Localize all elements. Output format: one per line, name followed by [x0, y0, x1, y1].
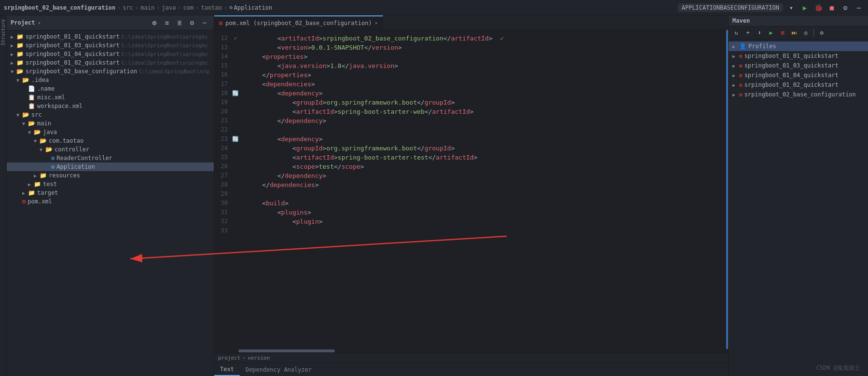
list-item[interactable]: ▼ 📂 java: [7, 128, 214, 136]
list-item[interactable]: ▼ 📂 src: [7, 110, 214, 119]
maven-profiles-item[interactable]: ▶ 👤 Profiles: [729, 41, 868, 51]
minimize-icon[interactable]: −: [199, 17, 210, 28]
maven-add-btn[interactable]: +: [743, 28, 753, 38]
panel-header-icons: ⊕ ≡ ≣ ⚙ −: [149, 17, 210, 28]
maven-list-item[interactable]: ▶ m srpingboot_02_base_configuration: [729, 90, 868, 99]
arrow-icon: ▶: [732, 63, 737, 68]
list-item[interactable]: ▼ 📂 srpingboot_02_base_configuration C:\…: [7, 67, 214, 76]
item-name: ReaderController: [56, 155, 112, 161]
item-name: springboot_01_03_quickstart: [26, 42, 120, 49]
tab-dependency-analyzer[interactable]: Dependency Analyzer: [240, 363, 317, 376]
breadcrumb-project[interactable]: srpingboot_02_base_configuration: [4, 4, 115, 11]
code-line: <groupId>org.springframework.boot</group…: [247, 144, 722, 153]
xml-icon: 📋: [28, 103, 35, 109]
gutter-check-icon: ✓: [232, 34, 239, 43]
list-item[interactable]: ▶ 📁 springboot_01_04_quickstart C:\idea\…: [7, 50, 214, 58]
application-item[interactable]: ▶ ⚙ Application: [7, 162, 214, 171]
item-name: .name: [37, 85, 55, 92]
folder-icon: 📁: [16, 33, 24, 40]
maven-download-btn[interactable]: ⬇: [755, 28, 764, 38]
item-path: C:\idea\SpringBoot\srpingbc: [122, 60, 208, 66]
debug-button[interactable]: 🐞: [813, 2, 824, 13]
maven-item-label: srpingboot_01_02_quickstart: [744, 81, 839, 88]
list-item[interactable]: ▶ 📁 srpingboot_01_02_quickstart C:\idea\…: [7, 58, 214, 67]
folder-open-icon: 📂: [45, 146, 53, 153]
maven-project-icon: m: [739, 92, 743, 98]
list-item[interactable]: ▶ m pom.xml: [7, 197, 214, 206]
list-item[interactable]: ▶ 📁 springboot_01_03_quickstart C:\idea\…: [7, 41, 214, 50]
maven-run-btn[interactable]: ▶: [766, 28, 776, 38]
tab-text[interactable]: Text: [214, 363, 240, 376]
collapse-all-icon[interactable]: ≣: [174, 17, 185, 28]
add-icon[interactable]: ⊕: [149, 17, 160, 28]
arrow-icon: ▶: [11, 52, 16, 57]
list-item[interactable]: ▶ 📁 resources: [7, 171, 214, 180]
profile-selector[interactable]: APPLICATIONBASECONFIGURATION: [678, 3, 783, 12]
folder-open-icon: 📂: [16, 68, 24, 75]
maven-list-item[interactable]: ▶ m springboot_01_04_quickstart: [729, 70, 868, 80]
file-icon: 📄: [28, 85, 35, 92]
more-button[interactable]: ⋯: [854, 2, 864, 13]
folder-open-icon: 📂: [28, 120, 35, 127]
run-button[interactable]: ▶: [799, 2, 810, 13]
arrow-icon: ▶: [732, 44, 737, 49]
dropdown-icon[interactable]: ▾: [786, 2, 797, 13]
code-line: <dependency>: [247, 134, 722, 144]
profiles-icon: 👤: [739, 43, 746, 50]
list-item[interactable]: ▶ 📁 test: [7, 180, 214, 188]
list-item[interactable]: ▼ 📂 main: [7, 119, 214, 128]
settings-icon[interactable]: ⚙: [187, 17, 197, 28]
list-item[interactable]: ▶ 📋 workspace.xml: [7, 102, 214, 110]
list-item[interactable]: ▶ 📁 springboot_01_01_quickstart C:\idea\…: [7, 32, 214, 41]
h-scrollbar[interactable]: [214, 349, 728, 353]
code-line: </dependency>: [247, 116, 722, 125]
code-line: [247, 189, 722, 199]
maven-item-label: springboot_01_01_quickstart: [744, 53, 839, 59]
structure-tab-strip[interactable]: Structure: [0, 15, 7, 376]
arrow-icon: ▶: [34, 173, 40, 178]
panel-header: Project ▾ ⊕ ≡ ≣ ⚙ −: [7, 15, 214, 30]
expand-all-icon[interactable]: ≡: [162, 17, 172, 28]
maven-settings-btn[interactable]: ⚙: [817, 28, 827, 38]
maven-lifecycle-btn[interactable]: ◎: [801, 28, 811, 38]
list-item[interactable]: ▼ 📂 .idea: [7, 76, 214, 84]
list-item[interactable]: ▶ 📋 misc.xml: [7, 93, 214, 102]
maven-list-item[interactable]: ▶ m srpingboot_01_02_quickstart: [729, 80, 868, 90]
list-item[interactable]: ▼ 📂 controller: [7, 145, 214, 154]
settings-button[interactable]: ⚙: [840, 2, 851, 13]
maven-m-btn[interactable]: m: [778, 28, 787, 38]
list-item[interactable]: ▶ ⚙ ReaderController: [7, 154, 214, 162]
maven-list-item[interactable]: ▶ m springboot_01_03_quickstart: [729, 61, 868, 70]
profiles-label: Profiles: [748, 43, 776, 50]
list-item[interactable]: ▶ 📄 .name: [7, 84, 214, 93]
structure-tab-label[interactable]: Structure: [0, 19, 6, 45]
line-numbers: 12 13 14 15 16 17 18 19 20 21 22 23 24 2…: [214, 30, 232, 349]
gutter-spring-icon2[interactable]: 🔄: [232, 134, 239, 144]
code-line: <java.version>1.8</java.version>: [247, 61, 722, 70]
maven-tree[interactable]: ▶ 👤 Profiles ▶ m springboot_01_01_quicks…: [729, 40, 868, 376]
top-bar-right: APPLICATIONBASECONFIGURATION ▾ ▶ 🐞 ■ ⚙ ⋯: [678, 2, 864, 13]
panel-dropdown-icon[interactable]: ▾: [38, 20, 41, 26]
code-line: </properties>: [247, 70, 722, 80]
code-line: </dependencies>: [247, 180, 722, 189]
maven-refresh-btn[interactable]: ↻: [731, 28, 741, 38]
panel-tree[interactable]: ▶ 📁 springboot_01_01_quickstart C:\idea\…: [7, 30, 214, 376]
code-area[interactable]: <artifactId>srpingboot_02_base_configura…: [243, 30, 726, 349]
item-path: C:\idea\SpringBoot\springbc: [122, 42, 208, 49]
code-line: <dependencies>: [247, 80, 722, 89]
arrow-icon: ▶: [11, 34, 16, 40]
pom-xml-tab[interactable]: m pom.xml (srpingboot_02_base_configurat…: [214, 15, 383, 29]
maven-skip-btn[interactable]: ⏭: [789, 28, 799, 38]
app-icon: ⚙: [51, 163, 55, 170]
tab-close-icon[interactable]: ✕: [375, 20, 378, 26]
maven-icon: m: [22, 198, 26, 205]
list-item[interactable]: ▶ 📁 target: [7, 188, 214, 197]
maven-title: Maven: [732, 17, 750, 24]
stop-button[interactable]: ■: [827, 2, 837, 13]
maven-list-item[interactable]: ▶ m springboot_01_01_quickstart: [729, 51, 868, 61]
gutter-spring-icon[interactable]: 🔄: [232, 89, 239, 98]
code-line: [247, 226, 722, 235]
h-scrollbar-thumb[interactable]: [238, 349, 335, 352]
item-name: resources: [49, 172, 80, 179]
list-item[interactable]: ▼ 📂 com.taotao: [7, 136, 214, 145]
